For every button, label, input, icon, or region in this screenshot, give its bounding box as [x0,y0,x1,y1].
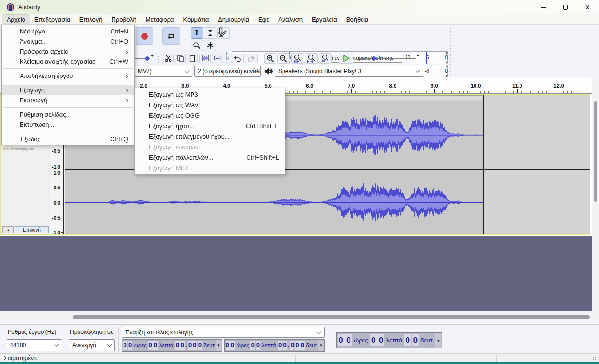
time-digit-seconds[interactable]: 0 [295,341,299,350]
menubar-item-6[interactable]: Δημιουργία [214,15,253,24]
play-at-speed-button[interactable] [339,53,353,64]
time-digit-minutes[interactable]: 0 [153,341,158,350]
file-menu-item-2[interactable]: Πρόσφατα αρχεία› [2,46,134,56]
snap-to-dropdown[interactable]: Ανενεργό [69,339,115,351]
menubar-item-8[interactable]: Ανάλυση [274,15,307,24]
time-digit-seconds[interactable]: 0 [188,341,192,350]
time-digit-seconds[interactable]: 0 [404,334,411,346]
horizontal-scrollbar-thumb[interactable] [73,315,590,319]
toolbar-grip[interactable] [158,54,160,63]
toolbar-grip[interactable] [1,327,4,352]
zoom-fit-button[interactable] [305,53,318,64]
menubar-item-3[interactable]: Προβολή [107,15,141,24]
time-digit-seconds[interactable]: 0 [175,341,180,350]
time-digit-seconds[interactable]: 0 [192,341,197,350]
time-format-dropdown[interactable]: ▾ [318,340,324,351]
cut-button[interactable] [163,54,174,63]
file-menu-item-8[interactable]: Εκτύπωση... [2,120,134,130]
time-digit-hours[interactable]: 0 [226,341,230,350]
time-digit-seconds[interactable]: 0 [412,334,419,346]
time-digit-minutes[interactable]: 0 [256,341,260,350]
time-digit-seconds[interactable]: 0 [278,341,282,350]
project-rate-dropdown[interactable]: 44100 [7,339,62,351]
file-menu-item-7[interactable]: Ρύθμιση σελίδας... [2,110,134,120]
file-menu-item-9[interactable]: ΈξοδοςCtrl+Q [2,134,134,144]
paste-button[interactable] [187,54,198,63]
selection-end-time[interactable]: 00ώρες00λεπτά00.000δευτ▾ [224,339,325,352]
time-digit-seconds[interactable]: 0 [283,341,287,350]
close-button[interactable]: ✕ [576,0,599,14]
toolbar-grip[interactable] [329,327,332,352]
time-digit-hours[interactable]: 0 [128,341,132,350]
track-select-button[interactable]: Επιλογή [15,226,49,233]
time-digit-hours[interactable]: 0 [230,341,235,350]
time-format-dropdown[interactable]: ▾ [435,333,441,348]
export-menu-item-3[interactable]: Εξαγωγή ήχου...Ctrl+Shift+E [135,121,285,131]
loop-button[interactable] [162,27,180,45]
menubar-item-1[interactable]: Επεξεργασία [30,15,75,24]
redo-button[interactable] [245,54,258,63]
time-digit-seconds[interactable]: 0 [300,341,305,350]
recording-channels-dropdown[interactable]: 2 (στερεοφωνικά) κανάλια η [194,66,261,77]
recording-device-dropdown[interactable]: MV7) [135,66,192,77]
zoom-in-button[interactable] [264,53,276,64]
toolbar-grip[interactable] [226,54,228,63]
time-digit-seconds[interactable]: 0 [198,341,202,350]
time-digit-hours[interactable]: 0 [345,334,352,346]
menubar-item-5[interactable]: Κομμάτια [179,15,213,24]
time-digit-minutes[interactable]: 0 [370,334,377,346]
file-menu-item-0[interactable]: Νέο έργοCtrl+N [2,26,134,36]
recording-volume-thumb[interactable] [145,56,149,61]
file-menu-item-1[interactable]: Άνοιγμα...Ctrl+O [2,36,134,46]
undo-button[interactable] [231,54,244,63]
export-menu-item-6[interactable]: Εξαγωγή πολλαπλών...Ctrl+Shift+L [135,152,285,163]
maximize-button[interactable] [554,0,576,14]
vertical-scrollbar[interactable] [592,77,599,323]
file-menu-item-3[interactable]: Κλείσιμο ανοιχτής εργασίαςCtrl+W [2,56,134,66]
horizontal-scrollbar[interactable] [0,311,592,323]
time-digit-minutes[interactable]: 0 [377,334,384,346]
time-digit-seconds[interactable]: . [185,341,187,350]
record-button[interactable] [136,27,153,45]
file-menu-item-6[interactable]: Εισαγωγή› [2,95,134,105]
zoom-tool-button[interactable] [191,40,203,51]
minimize-button[interactable] [532,0,554,14]
file-menu-item-5[interactable]: Εξαγωγή› [2,85,134,95]
time-digit-seconds[interactable]: 0 [290,341,294,350]
menubar-item-10[interactable]: Βοήθεια [342,15,373,24]
time-digit-hours[interactable]: 0 [123,341,127,350]
menubar-item-7[interactable]: Εφέ [254,15,273,24]
time-digit-minutes[interactable]: 0 [250,341,255,350]
toolbar-grip[interactable] [332,327,335,352]
zoom-out-button[interactable] [277,53,289,64]
waveform-channel-right[interactable] [65,170,483,234]
copy-button[interactable] [175,54,186,63]
zoom-selection-button[interactable] [291,53,304,64]
toolbar-grip[interactable] [179,27,181,51]
time-digit-minutes[interactable]: 0 [148,341,152,350]
time-digit-hours[interactable]: 0 [338,334,345,346]
toolbar-grip[interactable] [450,27,452,77]
selection-range-dropdown[interactable]: Έναρξη και τέλος επιλογής [122,327,325,338]
time-digit-seconds[interactable]: . [288,341,290,350]
vertical-scrollbar-thumb[interactable] [594,101,597,202]
play-speed-thumb[interactable] [372,56,376,61]
menubar-item-4[interactable]: Μεταφορά [141,15,179,24]
export-menu-item-0[interactable]: Εξαγωγή ως MP3 [135,89,285,99]
track-collapse-button[interactable]: ▲ [2,226,14,233]
time-format-dropdown[interactable]: ▾ [216,340,221,351]
file-menu-item-4[interactable]: Αποθήκευση έργου› [2,71,134,81]
menubar-item-0[interactable]: Αρχείο [2,15,30,24]
silence-audio-button[interactable] [212,54,223,63]
selection-start-time[interactable]: 00ώρες00λεπτά00.000δευτ▾ [122,339,222,352]
menubar-item-2[interactable]: Επιλογή [75,15,107,24]
play-speed-slider[interactable] [360,58,416,59]
zoom-toggle-button[interactable] [319,53,332,64]
audio-position-time[interactable]: 00ώρες00λεπτά00δευτ▾ [336,332,442,348]
trim-audio-button[interactable] [199,54,211,63]
playback-device-dropdown[interactable]: Speakers (Sound Blaster Play! 3 [275,66,423,77]
menubar-item-9[interactable]: Εργαλεία [307,15,341,24]
export-menu-item-4[interactable]: Εξαγωγή επιλεγμένου ήχου... [135,131,285,142]
resize-grip[interactable] [593,357,597,361]
export-menu-item-2[interactable]: Εξαγωγή ως OGG [135,110,285,121]
